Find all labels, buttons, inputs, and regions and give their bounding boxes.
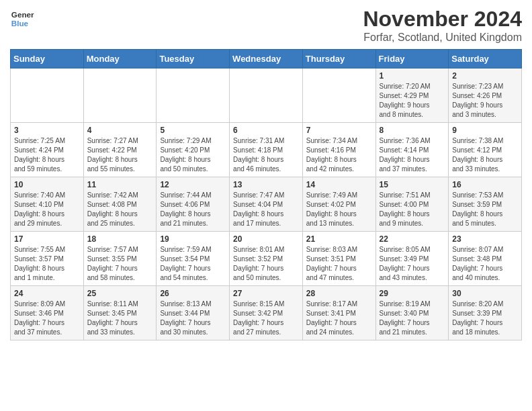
day-number: 24 <box>14 289 80 298</box>
logo-icon: General Blue <box>10 7 34 31</box>
day-info: Sunrise: 7:23 AM Sunset: 4:26 PM Dayligh… <box>452 82 518 120</box>
calendar-cell: 19Sunrise: 7:59 AM Sunset: 3:54 PM Dayli… <box>157 232 230 286</box>
day-number: 7 <box>306 126 372 135</box>
day-info: Sunrise: 7:51 AM Sunset: 4:00 PM Dayligh… <box>380 191 445 228</box>
col-tuesday: Tuesday <box>157 50 230 68</box>
calendar-cell: 4Sunrise: 7:27 AM Sunset: 4:22 PM Daylig… <box>83 123 157 177</box>
month-title: November 2024 <box>363 7 522 32</box>
day-info: Sunrise: 7:38 AM Sunset: 4:12 PM Dayligh… <box>452 136 518 174</box>
day-info: Sunrise: 7:25 AM Sunset: 4:24 PM Dayligh… <box>14 136 80 174</box>
day-info: Sunrise: 7:40 AM Sunset: 4:10 PM Dayligh… <box>14 191 80 228</box>
calendar-cell: 10Sunrise: 7:40 AM Sunset: 4:10 PM Dayli… <box>11 177 84 232</box>
title-area: November 2024 Forfar, Scotland, United K… <box>363 7 522 44</box>
day-number: 8 <box>380 126 445 135</box>
header: General Blue November 2024 Forfar, Scotl… <box>10 7 522 44</box>
day-info: Sunrise: 7:53 AM Sunset: 3:59 PM Dayligh… <box>452 191 518 228</box>
day-number: 14 <box>306 180 372 189</box>
calendar-cell <box>302 68 375 123</box>
calendar-cell: 27Sunrise: 8:15 AM Sunset: 3:42 PM Dayli… <box>230 286 303 340</box>
day-number: 6 <box>233 126 299 135</box>
calendar-cell: 7Sunrise: 7:34 AM Sunset: 4:16 PM Daylig… <box>302 123 375 177</box>
calendar-cell: 8Sunrise: 7:36 AM Sunset: 4:14 PM Daylig… <box>375 123 449 177</box>
logo: General Blue <box>10 7 34 31</box>
calendar-cell: 12Sunrise: 7:44 AM Sunset: 4:06 PM Dayli… <box>157 177 230 232</box>
calendar-cell: 23Sunrise: 8:07 AM Sunset: 3:48 PM Dayli… <box>449 232 522 286</box>
day-number: 10 <box>14 180 80 189</box>
day-number: 1 <box>380 71 445 81</box>
day-info: Sunrise: 7:29 AM Sunset: 4:20 PM Dayligh… <box>160 136 226 174</box>
svg-text:Blue: Blue <box>11 19 29 28</box>
col-saturday: Saturday <box>449 50 522 68</box>
calendar-cell <box>230 68 303 123</box>
calendar-table: Sunday Monday Tuesday Wednesday Thursday… <box>10 49 522 340</box>
day-info: Sunrise: 8:20 AM Sunset: 3:39 PM Dayligh… <box>452 300 518 337</box>
day-info: Sunrise: 7:42 AM Sunset: 4:08 PM Dayligh… <box>87 191 153 228</box>
day-number: 30 <box>452 289 518 298</box>
day-number: 18 <box>87 234 153 244</box>
day-number: 22 <box>380 234 445 244</box>
day-number: 21 <box>306 234 372 244</box>
day-info: Sunrise: 8:15 AM Sunset: 3:42 PM Dayligh… <box>233 300 299 337</box>
day-number: 29 <box>380 289 445 298</box>
calendar-cell: 18Sunrise: 7:57 AM Sunset: 3:55 PM Dayli… <box>83 232 157 286</box>
calendar-cell: 11Sunrise: 7:42 AM Sunset: 4:08 PM Dayli… <box>83 177 157 232</box>
calendar-week-3: 10Sunrise: 7:40 AM Sunset: 4:10 PM Dayli… <box>11 177 522 232</box>
calendar-header-row: Sunday Monday Tuesday Wednesday Thursday… <box>11 50 522 68</box>
day-info: Sunrise: 8:01 AM Sunset: 3:52 PM Dayligh… <box>233 245 299 283</box>
day-info: Sunrise: 7:31 AM Sunset: 4:18 PM Dayligh… <box>233 136 299 174</box>
calendar-cell <box>11 68 84 123</box>
day-info: Sunrise: 8:11 AM Sunset: 3:45 PM Dayligh… <box>87 300 153 337</box>
calendar-cell: 13Sunrise: 7:47 AM Sunset: 4:04 PM Dayli… <box>230 177 303 232</box>
day-number: 16 <box>452 180 518 189</box>
col-wednesday: Wednesday <box>230 50 303 68</box>
day-number: 20 <box>233 234 299 244</box>
day-number: 27 <box>233 289 299 298</box>
col-monday: Monday <box>83 50 157 68</box>
calendar-cell: 16Sunrise: 7:53 AM Sunset: 3:59 PM Dayli… <box>449 177 522 232</box>
day-info: Sunrise: 7:27 AM Sunset: 4:22 PM Dayligh… <box>87 136 153 174</box>
day-number: 9 <box>452 126 518 135</box>
col-thursday: Thursday <box>302 50 375 68</box>
day-info: Sunrise: 8:03 AM Sunset: 3:51 PM Dayligh… <box>306 245 372 283</box>
day-info: Sunrise: 8:07 AM Sunset: 3:48 PM Dayligh… <box>452 245 518 283</box>
day-number: 2 <box>452 71 518 81</box>
calendar-week-2: 3Sunrise: 7:25 AM Sunset: 4:24 PM Daylig… <box>11 123 522 177</box>
calendar-cell: 21Sunrise: 8:03 AM Sunset: 3:51 PM Dayli… <box>302 232 375 286</box>
calendar-cell: 29Sunrise: 8:19 AM Sunset: 3:40 PM Dayli… <box>375 286 449 340</box>
calendar-cell: 15Sunrise: 7:51 AM Sunset: 4:00 PM Dayli… <box>375 177 449 232</box>
calendar-week-4: 17Sunrise: 7:55 AM Sunset: 3:57 PM Dayli… <box>11 232 522 286</box>
svg-text:General: General <box>11 10 34 19</box>
calendar-cell: 20Sunrise: 8:01 AM Sunset: 3:52 PM Dayli… <box>230 232 303 286</box>
calendar-cell: 24Sunrise: 8:09 AM Sunset: 3:46 PM Dayli… <box>11 286 84 340</box>
day-info: Sunrise: 7:20 AM Sunset: 4:29 PM Dayligh… <box>380 82 445 120</box>
day-number: 19 <box>160 234 226 244</box>
day-info: Sunrise: 8:13 AM Sunset: 3:44 PM Dayligh… <box>160 300 226 337</box>
calendar-cell: 3Sunrise: 7:25 AM Sunset: 4:24 PM Daylig… <box>11 123 84 177</box>
day-info: Sunrise: 7:34 AM Sunset: 4:16 PM Dayligh… <box>306 136 372 174</box>
location-subtitle: Forfar, Scotland, United Kingdom <box>363 32 522 44</box>
day-info: Sunrise: 8:05 AM Sunset: 3:49 PM Dayligh… <box>380 245 445 283</box>
day-info: Sunrise: 7:57 AM Sunset: 3:55 PM Dayligh… <box>87 245 153 283</box>
day-info: Sunrise: 8:17 AM Sunset: 3:41 PM Dayligh… <box>306 300 372 337</box>
calendar-cell: 6Sunrise: 7:31 AM Sunset: 4:18 PM Daylig… <box>230 123 303 177</box>
calendar-cell: 30Sunrise: 8:20 AM Sunset: 3:39 PM Dayli… <box>449 286 522 340</box>
day-number: 26 <box>160 289 226 298</box>
day-number: 4 <box>87 126 153 135</box>
calendar-week-5: 24Sunrise: 8:09 AM Sunset: 3:46 PM Dayli… <box>11 286 522 340</box>
day-number: 15 <box>380 180 445 189</box>
calendar-cell: 28Sunrise: 8:17 AM Sunset: 3:41 PM Dayli… <box>302 286 375 340</box>
calendar-cell: 14Sunrise: 7:49 AM Sunset: 4:02 PM Dayli… <box>302 177 375 232</box>
day-info: Sunrise: 8:09 AM Sunset: 3:46 PM Dayligh… <box>14 300 80 337</box>
day-number: 28 <box>306 289 372 298</box>
calendar-week-1: 1Sunrise: 7:20 AM Sunset: 4:29 PM Daylig… <box>11 68 522 123</box>
day-number: 17 <box>14 234 80 244</box>
day-number: 23 <box>452 234 518 244</box>
day-info: Sunrise: 7:49 AM Sunset: 4:02 PM Dayligh… <box>306 191 372 228</box>
col-sunday: Sunday <box>11 50 84 68</box>
day-number: 3 <box>14 126 80 135</box>
day-number: 11 <box>87 180 153 189</box>
calendar-cell <box>157 68 230 123</box>
calendar-cell <box>83 68 157 123</box>
day-info: Sunrise: 7:59 AM Sunset: 3:54 PM Dayligh… <box>160 245 226 283</box>
calendar-cell: 5Sunrise: 7:29 AM Sunset: 4:20 PM Daylig… <box>157 123 230 177</box>
